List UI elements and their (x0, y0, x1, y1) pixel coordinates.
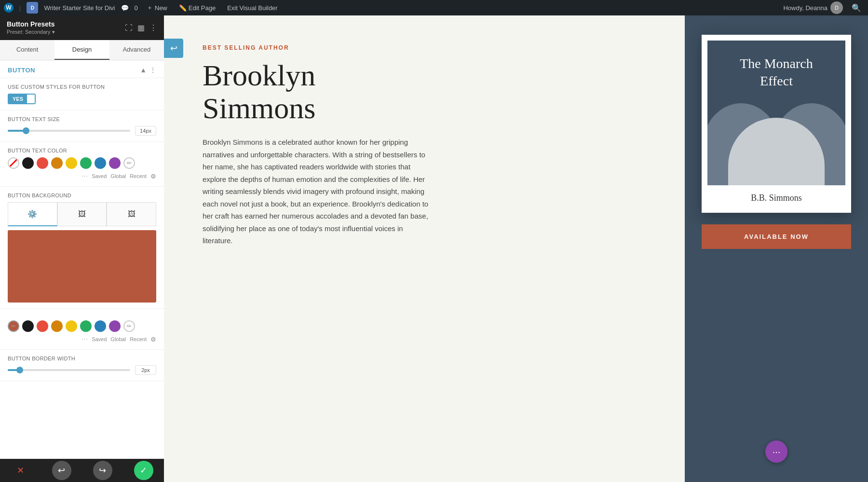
bg-options: ⚙️ 🖼 🖼 (8, 202, 156, 226)
bg-image-icon: 🖼 (128, 210, 136, 219)
more-icon[interactable]: ⋮ (149, 23, 157, 32)
bg-green[interactable] (80, 320, 92, 332)
bg-color-swatches: ✏ ✏ (8, 320, 156, 332)
color-orange[interactable] (51, 157, 63, 169)
recent-tab[interactable]: Recent (130, 173, 147, 179)
color-blue[interactable] (95, 157, 106, 169)
wp-logo: W (6, 4, 11, 11)
color-settings-icon[interactable]: ⚙ (150, 173, 156, 180)
bg-edit-swatch[interactable]: ✏ (8, 320, 19, 332)
float-tab[interactable]: ↩ (164, 39, 183, 58)
text-size-label: Button Text Size (8, 116, 156, 122)
bg-yellow[interactable] (66, 320, 77, 332)
bg-color-edit[interactable]: ✏ (123, 320, 135, 332)
search-icon[interactable]: 🔍 (849, 2, 864, 14)
fullscreen-icon[interactable]: ⛶ (125, 24, 133, 32)
book-title: The MonarchEffect (707, 55, 845, 90)
text-color-swatches: ✏ (8, 157, 156, 169)
bg-orange[interactable] (51, 320, 63, 332)
book-cover: The MonarchEffect (707, 41, 845, 185)
border-width-label: Button Border Width (8, 356, 156, 361)
edit-page-button[interactable]: ✏️ Edit Page (176, 3, 218, 13)
author-name: BrooklynSimmons (203, 59, 646, 124)
section-header: Button ▲ ⋮ (0, 60, 164, 78)
panel-subtitle[interactable]: Preset: Secondary ▾ (7, 29, 55, 35)
custom-styles-toggle[interactable]: YES (8, 94, 36, 104)
bg-color-option[interactable]: ⚙️ (8, 202, 57, 226)
cancel-button[interactable]: ✕ (11, 461, 30, 480)
divider2: 💬 (121, 4, 129, 12)
book-author: B.B. Simmons (707, 185, 845, 207)
text-color-label: Button Text Color (8, 148, 156, 153)
color-edit[interactable]: ✏ (123, 157, 135, 169)
border-thumb[interactable] (16, 367, 23, 373)
bg-color-tabs-row: ··· Saved Global Recent ⚙ (8, 335, 156, 344)
dots-icon[interactable]: ··· (81, 172, 88, 180)
redo-button[interactable]: ↪ (93, 461, 112, 480)
bg-blue[interactable] (95, 320, 106, 332)
panel-title: Button Presets (7, 20, 55, 28)
bg-purple[interactable] (109, 320, 121, 332)
text-size-track[interactable] (8, 130, 130, 132)
divi-label: D (31, 5, 34, 11)
divider: | (19, 4, 21, 12)
color-black[interactable] (22, 157, 34, 169)
avatar[interactable]: D (830, 1, 843, 14)
toggle-no[interactable] (27, 95, 35, 103)
bg-settings-icon[interactable]: ⚙ (150, 336, 156, 343)
wp-icon[interactable]: W (4, 3, 14, 13)
panel-header-icons: ⛶ ▦ ⋮ (125, 23, 157, 32)
panel-header: Button Presets Preset: Secondary ▾ ⛶ ▦ ⋮ (0, 15, 164, 40)
global-tab[interactable]: Global (110, 173, 126, 179)
left-panel: Button Presets Preset: Secondary ▾ ⛶ ▦ ⋮… (0, 15, 164, 482)
comment-count[interactable]: 0 (135, 4, 138, 12)
tab-advanced[interactable]: Advanced (109, 40, 164, 60)
bg-recent-tab[interactable]: Recent (130, 336, 147, 342)
color-transparent[interactable] (8, 157, 19, 169)
available-now-button[interactable]: AVAILABLE NOW (702, 224, 851, 249)
bg-color-preview[interactable] (8, 230, 156, 303)
divi-logo[interactable]: D (27, 2, 38, 14)
color-yellow[interactable] (66, 157, 77, 169)
saved-tab[interactable]: Saved (92, 173, 107, 179)
tab-design[interactable]: Design (54, 40, 109, 60)
bg-gradient-option[interactable]: 🖼 (57, 202, 107, 226)
bg-black[interactable] (22, 320, 34, 332)
bottom-toolbar: ✕ ↩ ↪ ✓ (0, 459, 164, 482)
bg-red[interactable] (37, 320, 48, 332)
exit-builder-button[interactable]: Exit Visual Builder (224, 3, 281, 13)
bg-saved-tab[interactable]: Saved (92, 336, 107, 342)
fab-button[interactable]: ··· (765, 441, 787, 463)
custom-styles-label: Use Custom Styles For Button (8, 84, 156, 90)
top-bar: W | D Writer Starter Site for Divi 💬 0 ＋… (0, 0, 868, 15)
undo-button[interactable]: ↩ (52, 461, 71, 480)
color-green[interactable] (80, 157, 92, 169)
text-size-value[interactable]: 14px (135, 126, 156, 136)
bg-dots-icon[interactable]: ··· (81, 335, 88, 344)
columns-icon[interactable]: ▦ (137, 23, 145, 32)
section-more-icon[interactable]: ⋮ (149, 66, 156, 74)
border-value[interactable]: 2px (135, 365, 156, 375)
bg-image-option[interactable]: 🖼 (107, 202, 156, 226)
bg-field: Button Background ⚙️ 🖼 🖼 (0, 187, 164, 309)
panel-body: Button ▲ ⋮ Use Custom Styles For Button … (0, 60, 164, 459)
section-icons: ▲ ⋮ (140, 66, 156, 74)
text-size-thumb[interactable] (23, 127, 29, 134)
bg-global-tab[interactable]: Global (110, 336, 126, 342)
confirm-button[interactable]: ✓ (134, 461, 153, 480)
collapse-icon[interactable]: ▲ (140, 66, 147, 74)
content-area: ↩ BEST SELLING AUTHOR BrooklynSimmons Br… (164, 15, 868, 482)
tab-content[interactable]: Content (0, 40, 54, 60)
author-label: BEST SELLING AUTHOR (203, 44, 646, 51)
panel-tabs: Content Design Advanced (0, 40, 164, 60)
color-purple[interactable] (109, 157, 121, 169)
border-track[interactable] (8, 369, 130, 371)
color-red[interactable] (37, 157, 48, 169)
toggle-yes[interactable]: YES (9, 95, 27, 103)
text-size-slider-row: 14px (8, 126, 156, 136)
site-name[interactable]: Writer Starter Site for Divi (44, 4, 115, 12)
user-label: Howdy, Deanna (783, 4, 827, 12)
border-slider-row: 2px (8, 365, 156, 375)
text-color-field: Button Text Color ✏ ··· Saved Global (0, 142, 164, 187)
new-button[interactable]: ＋ New (144, 2, 170, 13)
